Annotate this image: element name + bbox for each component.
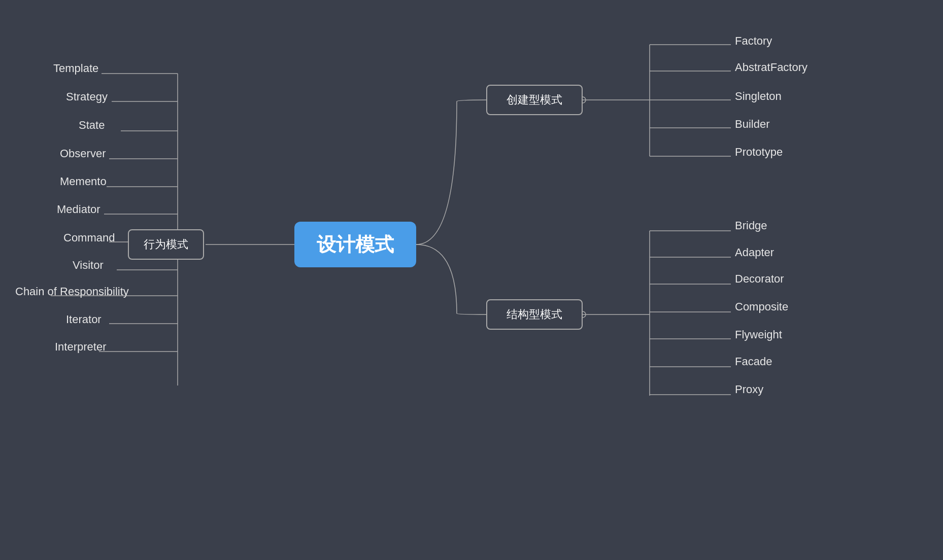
leaf-iterator: Iterator [66, 313, 102, 326]
leaf-state: State [79, 119, 105, 132]
leaf-interpreter: Interpreter [55, 340, 107, 354]
leaf-command: Command [63, 231, 115, 244]
behavioral-node: 行为模式 [128, 229, 204, 260]
leaf-flyweight: Flyweight [735, 328, 782, 341]
leaf-singleton: Singleton [735, 90, 782, 103]
leaf-bridge: Bridge [735, 219, 767, 232]
structural-label: 结构型模式 [507, 307, 562, 322]
leaf-prototype: Prototype [735, 146, 783, 159]
leaf-builder: Builder [735, 118, 769, 131]
structural-node: 结构型模式 [486, 299, 583, 330]
leaf-factory: Factory [735, 34, 772, 48]
leaf-adapter: Adapter [735, 246, 774, 259]
creational-node: 创建型模式 [486, 85, 583, 115]
leaf-decorator: Decorator [735, 272, 784, 286]
leaf-proxy: Proxy [735, 383, 763, 396]
center-node: 设计模式 [294, 222, 416, 267]
leaf-facade: Facade [735, 355, 772, 368]
leaf-observer: Observer [60, 147, 106, 160]
leaf-template: Template [53, 62, 98, 75]
leaf-strategy: Strategy [66, 90, 108, 103]
creational-label: 创建型模式 [507, 92, 562, 108]
leaf-abstrat-factory: AbstratFactory [735, 61, 807, 74]
leaf-mediator: Mediator [57, 203, 100, 216]
leaf-visitor: Visitor [73, 259, 104, 272]
leaf-composite: Composite [735, 300, 788, 313]
behavioral-label: 行为模式 [144, 237, 188, 252]
leaf-memento: Memento [60, 175, 107, 188]
leaf-chain: Chain of Responsibility [15, 285, 129, 298]
